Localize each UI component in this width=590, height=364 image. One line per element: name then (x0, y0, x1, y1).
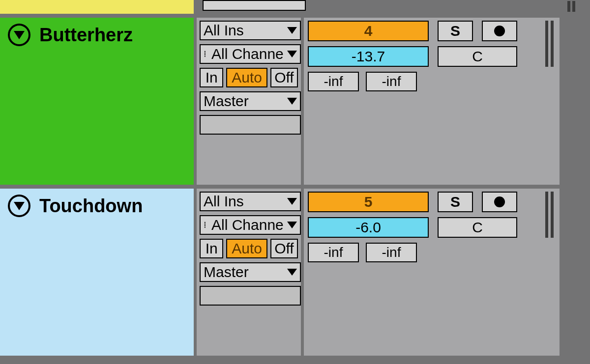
chevron-down-icon (287, 51, 297, 57)
monitor-auto-button[interactable]: Auto (226, 239, 267, 258)
arm-button[interactable] (482, 21, 517, 41)
io-section: All Ins ⁞ All Channe In Auto Off Master (197, 18, 304, 185)
meter-bar (551, 21, 554, 67)
arm-button[interactable] (482, 192, 517, 212)
meter-bar (551, 192, 554, 238)
output-channel-dropdown[interactable] (200, 115, 301, 135)
input-channel-dropdown[interactable]: ⁞ All Channe (200, 44, 301, 64)
monitor-group: In Auto Off (200, 68, 298, 87)
input-channel-dropdown[interactable]: ⁞ All Channe (200, 215, 301, 235)
grip-icon: ⁞ (204, 223, 208, 227)
record-icon (494, 196, 505, 207)
solo-button[interactable]: S (438, 21, 473, 41)
next-track-sliver (0, 356, 590, 360)
input-type-value: All Ins (204, 22, 244, 39)
input-type-value: All Ins (204, 193, 244, 210)
chevron-down-icon (287, 198, 297, 205)
track-header[interactable]: Touchdown (0, 189, 197, 356)
monitor-auto-button[interactable]: Auto (226, 68, 267, 87)
meter-bar (545, 192, 548, 238)
volume-field[interactable]: -6.0 (308, 217, 429, 238)
input-type-dropdown[interactable]: All Ins (200, 21, 301, 40)
track-name-label: Butterherz (39, 25, 133, 46)
record-icon (494, 26, 505, 36)
track-header[interactable]: Butterherz (0, 18, 197, 185)
output-value: Master (204, 264, 249, 280)
io-section: All Ins ⁞ All Channe In Auto Off Master (197, 189, 304, 356)
send-a-field[interactable]: -inf (308, 243, 359, 262)
input-channel-value: All Channe (211, 46, 284, 62)
monitor-off-button[interactable]: Off (270, 68, 298, 87)
mixer-section: 4 S -13.7 C -inf -inf (304, 18, 560, 185)
pan-field[interactable]: C (438, 217, 517, 238)
monitor-in-button[interactable]: In (200, 68, 223, 87)
volume-field[interactable]: -13.7 (308, 46, 429, 67)
mixer-section: 5 S -6.0 C -inf -inf (304, 189, 560, 356)
chevron-down-icon (14, 31, 25, 39)
fold-toggle[interactable] (8, 195, 30, 217)
output-channel-dropdown[interactable] (200, 286, 301, 306)
send-b-field[interactable]: -inf (366, 243, 417, 262)
chevron-down-icon (287, 269, 297, 276)
send-b-field[interactable]: -inf (366, 72, 417, 91)
track-row: Butterherz All Ins ⁞ All Channe In Auto … (0, 14, 590, 185)
output-dropdown[interactable]: Master (200, 262, 301, 282)
fold-toggle[interactable] (8, 24, 30, 46)
output-value: Master (204, 93, 249, 110)
pan-field[interactable]: C (438, 46, 517, 67)
chevron-down-icon (287, 27, 297, 34)
input-type-dropdown[interactable]: All Ins (200, 192, 301, 211)
monitor-in-button[interactable]: In (200, 239, 223, 258)
track-row: Touchdown All Ins ⁞ All Channe In Auto O… (0, 185, 590, 356)
previous-track-sliver (0, 0, 590, 14)
track-activator[interactable]: 4 (308, 21, 429, 41)
output-dropdown[interactable]: Master (200, 91, 301, 111)
meter-bar (545, 21, 548, 67)
prev-track-header[interactable] (0, 0, 197, 14)
meter-bar (567, 1, 570, 12)
track-activator[interactable]: 5 (308, 192, 429, 212)
monitor-group: In Auto Off (200, 239, 298, 258)
chevron-down-icon (14, 202, 25, 210)
monitor-off-button[interactable]: Off (270, 239, 298, 258)
prev-track-output[interactable] (203, 0, 306, 11)
solo-button[interactable]: S (438, 192, 473, 212)
chevron-down-icon (287, 98, 297, 105)
input-channel-value: All Channe (211, 217, 284, 233)
track-name-label: Touchdown (39, 196, 143, 217)
meter-bar (572, 1, 575, 12)
send-a-field[interactable]: -inf (308, 72, 359, 91)
grip-icon: ⁞ (204, 52, 208, 56)
chevron-down-icon (287, 222, 297, 228)
